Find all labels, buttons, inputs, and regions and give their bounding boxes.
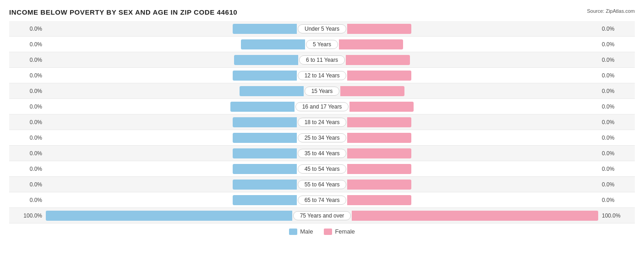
right-value: 0.0% [598, 41, 635, 48]
bar-inner: 25 to 34 Years [46, 130, 598, 145]
female-bar [347, 117, 411, 127]
rows-area: 0.0% Under 5 Years 0.0% 0.0% [9, 21, 635, 223]
male-bar-wrap [46, 55, 298, 65]
male-bar-wrap [46, 211, 292, 221]
right-value: 0.0% [598, 166, 635, 172]
bar-area: 65 to 74 Years [46, 192, 598, 207]
bar-area: 45 to 54 Years [46, 161, 598, 176]
bar-row: 0.0% 15 Years 0.0% [9, 83, 635, 99]
male-bar [230, 102, 295, 112]
bar-inner: 6 to 11 Years [46, 52, 598, 67]
bar-inner: 15 Years [46, 83, 598, 98]
center-label: 25 to 34 Years [298, 133, 347, 142]
female-bar-wrap [347, 180, 598, 190]
left-value: 0.0% [9, 103, 46, 110]
right-value: 0.0% [598, 135, 635, 141]
center-label: 55 to 64 Years [298, 180, 347, 189]
bar-row: 0.0% 12 to 14 Years 0.0% [9, 68, 635, 83]
left-value: 0.0% [9, 181, 46, 188]
bar-inner: 5 Years [46, 37, 598, 52]
male-bar-wrap [46, 164, 297, 174]
right-value: 0.0% [598, 57, 635, 63]
chart-title: INCOME BELOW POVERTY BY SEX AND AGE IN Z… [9, 8, 237, 16]
right-value: 0.0% [598, 150, 635, 157]
center-label: 35 to 44 Years [298, 149, 347, 158]
male-bar [234, 55, 298, 65]
male-swatch [289, 229, 297, 235]
bar-row: 0.0% 6 to 11 Years 0.0% [9, 52, 635, 68]
right-value: 0.0% [598, 119, 635, 125]
female-bar-wrap [347, 117, 598, 127]
bar-inner: 16 and 17 Years [46, 99, 598, 114]
legend-female-label: Female [335, 228, 355, 235]
right-value: 0.0% [598, 197, 635, 203]
bar-area: 6 to 11 Years [46, 52, 598, 67]
female-bar [349, 102, 414, 112]
bar-area: 5 Years [46, 37, 598, 52]
right-value: 0.0% [598, 26, 635, 32]
male-bar-wrap [46, 117, 297, 127]
bar-inner: Under 5 Years [46, 21, 598, 36]
bar-row: 0.0% 25 to 34 Years 0.0% [9, 130, 635, 146]
bar-area: 15 Years [46, 83, 598, 98]
left-value: 0.0% [9, 197, 46, 203]
bar-inner: 75 Years and over [46, 208, 598, 223]
male-bar-wrap [46, 180, 297, 190]
bar-row: 0.0% 18 to 24 Years 0.0% [9, 114, 635, 130]
female-bar [347, 148, 411, 158]
right-value: 0.0% [598, 88, 635, 94]
female-bar-wrap [352, 211, 598, 221]
female-bar [347, 24, 411, 34]
female-bar [352, 211, 598, 221]
female-bar-wrap [346, 55, 598, 65]
right-value: 0.0% [598, 72, 635, 79]
bar-row: 0.0% 65 to 74 Years 0.0% [9, 192, 635, 208]
left-value: 0.0% [9, 119, 46, 125]
female-bar-wrap [347, 195, 598, 205]
legend-female: Female [324, 228, 355, 235]
center-label: 15 Years [305, 87, 340, 96]
male-bar [233, 117, 297, 127]
bar-row: 100.0% 75 Years and over 100.0% [9, 208, 635, 223]
male-bar-wrap [46, 133, 297, 143]
bar-inner: 65 to 74 Years [46, 192, 598, 207]
female-bar [339, 39, 403, 49]
bar-row: 0.0% 35 to 44 Years 0.0% [9, 146, 635, 161]
female-bar-wrap [347, 164, 598, 174]
bar-row: 0.0% 5 Years 0.0% [9, 37, 635, 52]
male-bar [233, 133, 297, 143]
bar-row: 0.0% Under 5 Years 0.0% [9, 21, 635, 37]
legend-male: Male [289, 228, 313, 235]
bar-area: 18 to 24 Years [46, 114, 598, 130]
bar-inner: 12 to 14 Years [46, 68, 598, 83]
female-bar [347, 133, 411, 143]
female-bar-wrap [349, 102, 598, 112]
female-bar-wrap [347, 71, 598, 81]
female-bar [347, 164, 411, 174]
bar-row: 0.0% 55 to 64 Years 0.0% [9, 177, 635, 192]
left-value: 0.0% [9, 26, 46, 32]
bar-inner: 35 to 44 Years [46, 146, 598, 161]
bar-row: 0.0% 45 to 54 Years 0.0% [9, 161, 635, 177]
female-bar-wrap [347, 24, 598, 34]
left-value: 0.0% [9, 88, 46, 94]
left-value: 0.0% [9, 41, 46, 48]
female-bar-wrap [347, 133, 598, 143]
legend-male-label: Male [300, 228, 313, 235]
female-swatch [324, 229, 332, 235]
male-bar [46, 211, 292, 221]
bar-inner: 18 to 24 Years [46, 114, 598, 130]
female-bar-wrap [340, 86, 598, 96]
male-bar-wrap [46, 24, 297, 34]
female-bar [340, 86, 404, 96]
bar-area: 35 to 44 Years [46, 146, 598, 161]
center-label: 16 and 17 Years [295, 102, 349, 111]
female-bar [346, 55, 410, 65]
source-line: Source: ZipAtlas.com [587, 8, 635, 14]
male-bar [233, 24, 297, 34]
bar-area: Under 5 Years [46, 21, 598, 36]
left-value: 0.0% [9, 57, 46, 63]
male-bar [233, 195, 297, 205]
male-bar [241, 39, 305, 49]
center-label: 12 to 14 Years [298, 71, 347, 80]
